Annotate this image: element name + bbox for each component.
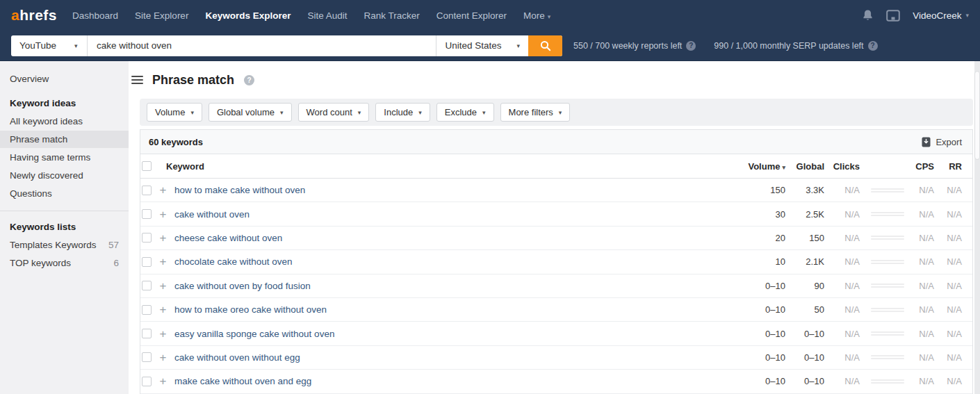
trend-sparkline-placeholder: [871, 212, 904, 216]
export-file-icon: [922, 137, 931, 147]
filter-dropdown-button[interactable]: Include▾: [375, 103, 430, 122]
export-button[interactable]: Export: [922, 137, 962, 147]
clicks-value: N/A: [831, 185, 860, 195]
help-icon[interactable]: ?: [244, 75, 254, 85]
row-checkbox[interactable]: [142, 352, 152, 362]
rr-value: N/A: [941, 281, 962, 291]
keyword-link[interactable]: make cake without oven and egg: [174, 376, 734, 386]
keyword-link[interactable]: cheese cake without oven: [174, 233, 734, 243]
add-to-list-plus-icon[interactable]: +: [158, 232, 168, 244]
filter-dropdown-button[interactable]: Exclude▾: [436, 103, 494, 122]
volume-value: 30: [741, 209, 785, 220]
clicks-value: N/A: [831, 233, 860, 243]
column-header-clicks[interactable]: Clicks: [831, 161, 860, 172]
add-to-list-plus-icon[interactable]: +: [158, 375, 168, 387]
scrollbar-thumb[interactable]: [974, 71, 980, 160]
global-volume-value: 0–10: [792, 352, 824, 363]
row-checkbox[interactable]: [142, 281, 152, 290]
add-to-list-plus-icon[interactable]: +: [158, 184, 168, 196]
add-to-list-plus-icon[interactable]: +: [158, 208, 168, 220]
global-volume-value: 0–10: [792, 376, 824, 386]
volume-value: 0–10: [741, 281, 785, 291]
row-checkbox[interactable]: [142, 257, 152, 267]
menu-hamburger-icon[interactable]: [131, 76, 143, 84]
logo-letter-a: a: [11, 7, 19, 23]
sidebar-item[interactable]: Keyword ideas: [0, 95, 129, 112]
row-checkbox[interactable]: [142, 233, 152, 243]
row-checkbox[interactable]: [142, 209, 152, 219]
chevron-down-icon: ▾: [965, 12, 969, 19]
sidebar-item[interactable]: Templates Keywords57: [0, 236, 129, 254]
sidebar-item[interactable]: All keyword ideas: [0, 113, 129, 130]
trend-sparkline-placeholder: [871, 308, 904, 312]
add-to-list-plus-icon[interactable]: +: [158, 280, 168, 292]
nav-menu-item[interactable]: Keywords Explorer: [205, 10, 291, 21]
table-body: + how to make cake without oven 150 3.3K…: [140, 179, 972, 394]
add-to-list-plus-icon[interactable]: +: [158, 352, 168, 363]
column-header-keyword[interactable]: Keyword: [158, 161, 734, 172]
nav-menu-item[interactable]: Site Audit: [307, 10, 347, 21]
keyword-link[interactable]: cake without oven: [174, 209, 734, 220]
keyword-link[interactable]: cake without oven by food fusion: [174, 281, 734, 291]
cps-value: N/A: [915, 376, 934, 386]
page-title-row: Phrase match ?: [130, 61, 973, 99]
clicks-value: N/A: [831, 329, 860, 339]
sidebar-item[interactable]: Phrase match: [0, 131, 129, 148]
filters-toolbar: Volume▾Global volume▾Word count▾Include▾…: [140, 99, 973, 126]
filter-dropdown-button[interactable]: Volume▾: [147, 103, 202, 122]
keywords-panel: 60 keywords Export Keyword Volume▾ Globa…: [140, 129, 973, 394]
search-engine-select[interactable]: YouTube ▾: [11, 35, 88, 56]
nav-menu-item[interactable]: Rank Tracker: [364, 10, 419, 21]
sidebar-item[interactable]: Keywords lists: [0, 218, 129, 236]
nav-menu-item[interactable]: Site Explorer: [135, 10, 188, 21]
select-all-checkbox[interactable]: [142, 161, 152, 171]
clicks-value: N/A: [831, 256, 860, 267]
row-checkbox[interactable]: [142, 186, 152, 195]
row-checkbox[interactable]: [142, 377, 152, 386]
add-to-list-plus-icon[interactable]: +: [158, 328, 168, 340]
sidebar-item[interactable]: [0, 211, 129, 211]
row-checkbox[interactable]: [142, 305, 152, 315]
sidebar-item[interactable]: Overview: [0, 70, 129, 88]
add-to-list-plus-icon[interactable]: +: [158, 256, 168, 268]
keyword-query-input[interactable]: [88, 35, 436, 56]
country-value: United States: [445, 40, 501, 51]
global-volume-value: 0–10: [792, 329, 824, 339]
keyword-link[interactable]: chocolate cake without oven: [174, 256, 734, 267]
help-icon[interactable]: ?: [868, 41, 878, 51]
ahrefs-logo[interactable]: ahrefs: [11, 7, 57, 24]
column-header-global[interactable]: Global: [792, 161, 824, 172]
column-header-volume[interactable]: Volume▾: [741, 161, 785, 172]
filter-dropdown-button[interactable]: Word count▾: [298, 103, 370, 122]
sidebar-item[interactable]: Questions: [0, 185, 129, 202]
keyword-link[interactable]: how to make cake without oven: [174, 185, 734, 195]
vertical-scrollbar[interactable]: [974, 61, 980, 394]
sidebar-item[interactable]: Having same terms: [0, 149, 129, 166]
chevron-down-icon: ▾: [516, 42, 520, 49]
filter-dropdown-button[interactable]: Global volume▾: [209, 103, 292, 122]
row-checkbox[interactable]: [142, 329, 152, 338]
results-count: 60 keywords: [149, 137, 203, 147]
keyword-link[interactable]: how to make oreo cake without oven: [174, 304, 734, 315]
country-select[interactable]: United States ▾: [436, 35, 528, 56]
sidebar-item[interactable]: Newly discovered: [0, 167, 129, 184]
keyword-link[interactable]: easy vanilla sponge cake without oven: [174, 329, 734, 339]
filter-dropdown-button[interactable]: More filters▾: [500, 103, 571, 122]
nav-menu-item[interactable]: Content Explorer: [436, 10, 507, 21]
nav-menu-item[interactable]: Dashboard: [72, 10, 118, 21]
nav-menu-item[interactable]: More▾: [523, 10, 550, 21]
sidebar-item[interactable]: TOP keywords6: [0, 254, 129, 272]
add-to-list-plus-icon[interactable]: +: [158, 304, 168, 315]
keyword-link[interactable]: cake without oven without egg: [174, 352, 734, 363]
search-button[interactable]: [528, 35, 562, 56]
volume-value: 10: [741, 256, 785, 267]
help-icon[interactable]: ?: [686, 41, 696, 51]
column-header-rr[interactable]: RR: [941, 161, 962, 172]
table-row: + easy vanilla sponge cake without oven …: [140, 322, 972, 345]
column-header-cps[interactable]: CPS: [915, 161, 934, 172]
account-menu[interactable]: VideoCreek ▾: [913, 10, 969, 21]
notifications-bell-icon[interactable]: [862, 9, 874, 22]
app-window-icon[interactable]: [886, 10, 900, 22]
rr-value: N/A: [941, 376, 962, 386]
rr-value: N/A: [941, 329, 962, 339]
